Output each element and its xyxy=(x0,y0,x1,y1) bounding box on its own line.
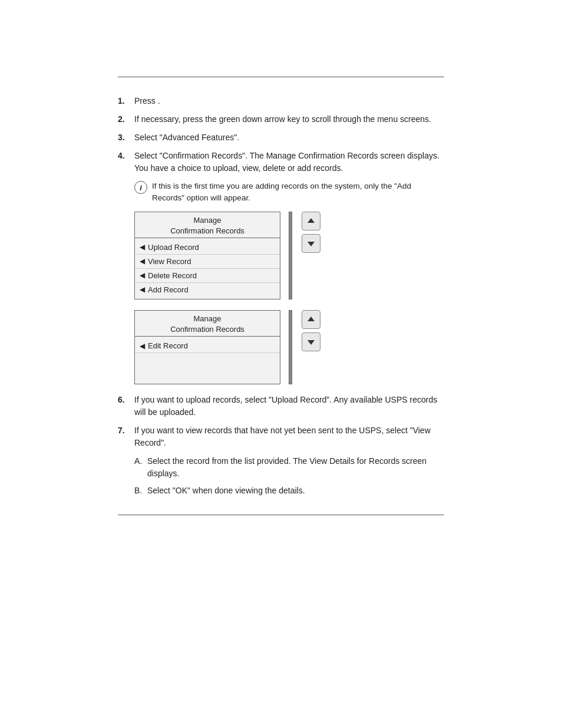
sub-step-b: B. Select "OK" when done viewing the det… xyxy=(134,485,444,497)
content-area: 1. Press . 2. If necessary, press the gr… xyxy=(118,77,444,497)
screen1-item-1-label: Upload Record xyxy=(148,243,199,252)
screens-area: Manage Confirmation Records ◀ Upload Rec… xyxy=(134,212,444,385)
screen2-box: Manage Confirmation Records ◀ Edit Recor… xyxy=(134,310,280,384)
page: 1. Press . 2. If necessary, press the gr… xyxy=(0,77,562,728)
chevron-down-icon-2 xyxy=(306,337,316,347)
step-6-text: If you want to upload records, select "U… xyxy=(134,394,444,419)
note-text: If this is the first time you are adding… xyxy=(152,180,444,205)
screen1-items: ◀ Upload Record ◀ View Record ◀ Delete R… xyxy=(135,238,280,299)
sub-step-a-text: Select the record from the list provided… xyxy=(147,455,444,480)
chevron-up-icon xyxy=(306,216,316,226)
step-3-text: Select "Advanced Features". xyxy=(134,131,444,144)
step-7: 7. If you want to view records that have… xyxy=(118,424,444,449)
screen2-item-1-label: Edit Record xyxy=(148,341,188,350)
screen1-item-3-label: Delete Record xyxy=(148,271,197,280)
arrow-icon-3: ◀ xyxy=(140,271,145,279)
scroll-down-button-1[interactable] xyxy=(302,234,320,253)
svg-marker-1 xyxy=(308,242,315,246)
scroll-up-button-2[interactable] xyxy=(302,310,320,329)
sub-step-a: A. Select the record from the list provi… xyxy=(134,455,444,480)
step-1-num: 1. xyxy=(118,95,134,107)
chevron-up-icon-2 xyxy=(306,315,316,324)
screen2-scroll-buttons xyxy=(302,310,320,351)
step-6-num: 6. xyxy=(118,394,134,419)
screen2-header: Manage Confirmation Records xyxy=(135,311,280,337)
sub-step-b-label: B. xyxy=(134,485,147,497)
screen1-item-2[interactable]: ◀ View Record xyxy=(135,255,280,269)
sub-step-list: A. Select the record from the list provi… xyxy=(134,455,444,497)
screen1-item-1[interactable]: ◀ Upload Record xyxy=(135,241,280,255)
step-7-num: 7. xyxy=(118,424,134,449)
step-2: 2. If necessary, press the green down ar… xyxy=(118,113,444,126)
step-2-num: 2. xyxy=(118,113,134,126)
step-list-later: 6. If you want to upload records, select… xyxy=(118,394,444,449)
chevron-down-icon xyxy=(306,239,316,248)
info-icon: i xyxy=(134,181,147,194)
step-3: 3. Select "Advanced Features". xyxy=(118,131,444,144)
screen1-item-4[interactable]: ◀ Add Record xyxy=(135,283,280,297)
screen1-row: Manage Confirmation Records ◀ Upload Rec… xyxy=(134,212,444,299)
step-1-text: Press . xyxy=(134,95,444,107)
screen1-header: Manage Confirmation Records xyxy=(135,212,280,238)
screen2-scrollbar xyxy=(289,310,292,384)
screen2-header-line1: Manage xyxy=(137,314,277,324)
screen1-item-2-label: View Record xyxy=(148,257,191,266)
screen1-scrollbar xyxy=(289,212,292,299)
screen1-item-4-label: Add Record xyxy=(148,285,189,294)
sub-step-a-label: A. xyxy=(134,455,147,480)
scroll-down-button-2[interactable] xyxy=(302,332,320,351)
screen1-header-line1: Manage xyxy=(137,215,277,226)
step-list: 1. Press . 2. If necessary, press the gr… xyxy=(118,95,444,174)
step-6: 6. If you want to upload records, select… xyxy=(118,394,444,419)
svg-marker-2 xyxy=(308,317,315,321)
arrow-icon-1: ◀ xyxy=(140,243,145,251)
sub-step-b-text: Select "OK" when done viewing the detail… xyxy=(147,485,305,497)
step-4-num: 4. xyxy=(118,150,134,174)
step-3-num: 3. xyxy=(118,131,134,144)
screen2-header-line2: Confirmation Records xyxy=(137,324,277,335)
arrow-icon-5: ◀ xyxy=(140,342,145,350)
screen2-row: Manage Confirmation Records ◀ Edit Recor… xyxy=(134,310,444,384)
arrow-icon-4: ◀ xyxy=(140,285,145,294)
screen1-header-line2: Confirmation Records xyxy=(137,226,277,236)
step-4: 4. Select "Confirmation Records". The Ma… xyxy=(118,150,444,174)
scroll-up-button-1[interactable] xyxy=(302,212,320,230)
screen2-items: ◀ Edit Record xyxy=(135,337,280,384)
screen1-box: Manage Confirmation Records ◀ Upload Rec… xyxy=(134,212,280,299)
screen2-item-1[interactable]: ◀ Edit Record xyxy=(135,339,280,353)
svg-marker-0 xyxy=(308,218,315,223)
note-block: i If this is the first time you are addi… xyxy=(134,180,444,205)
step-7-text: If you want to view records that have no… xyxy=(134,424,444,449)
svg-marker-3 xyxy=(308,340,315,345)
arrow-icon-2: ◀ xyxy=(140,257,145,265)
screen1-scroll-buttons xyxy=(302,212,320,253)
step-1: 1. Press . xyxy=(118,95,444,107)
bottom-rule xyxy=(118,515,444,515)
screen1-item-3[interactable]: ◀ Delete Record xyxy=(135,269,280,283)
step-4-text: Select "Confirmation Records". The Manag… xyxy=(134,150,444,174)
step-2-text: If necessary, press the green down arrow… xyxy=(134,113,444,126)
screen2-empty xyxy=(135,353,280,381)
